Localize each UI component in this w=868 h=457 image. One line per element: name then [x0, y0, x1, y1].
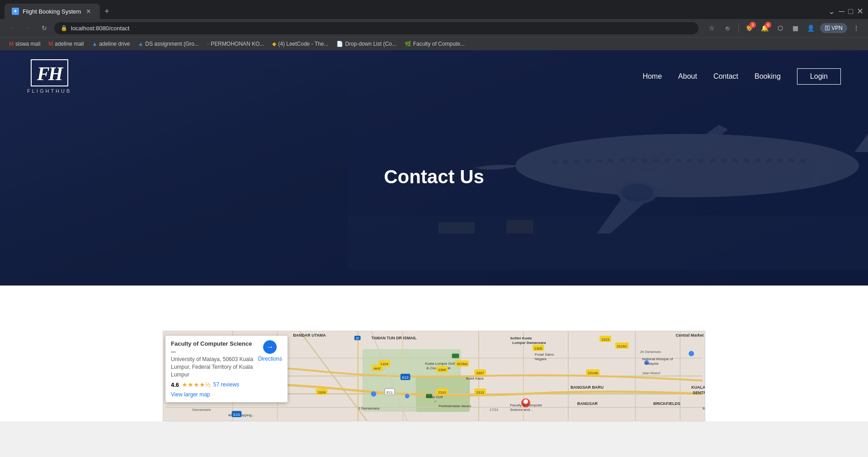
svg-point-50	[371, 391, 376, 397]
svg-text:1104: 1104	[380, 362, 388, 366]
tab-title: Flight Booking System	[23, 8, 81, 15]
browser-actions: ☆ ⎋ 🦁 3 🔔 6 ⬡ ▦ 👤 ⚿ VPN ⋮	[706, 22, 863, 34]
drive-icon: ▲	[92, 41, 97, 47]
vpn-button[interactable]: ⚿ VPN	[820, 23, 847, 33]
svg-text:Faculty of Computer: Faculty of Computer	[510, 403, 542, 407]
view-larger-map-link[interactable]: View larger map	[171, 391, 210, 398]
svg-text:KUALA LUMPUR: KUALA LUMPUR	[691, 385, 705, 390]
bookmark-label: adeline drive	[99, 41, 130, 47]
site-logo[interactable]: FH FLIGHTHUB	[27, 59, 71, 94]
forward-button[interactable]: →	[22, 22, 34, 34]
minimize-button[interactable]: ─	[839, 7, 844, 16]
notion-icon: ▪	[207, 41, 209, 47]
svg-text:BANDAR UTAMA: BANDAR UTAMA	[293, 333, 326, 338]
svg-text:SENTRAL: SENTRAL	[693, 390, 705, 395]
nav-booking[interactable]: Booking	[755, 72, 781, 81]
wallet-button[interactable]: ⬡	[774, 22, 787, 34]
menu-button[interactable]: ⋮	[850, 22, 863, 34]
svg-text:Jln Damansara: Jln Damansara	[640, 350, 661, 353]
svg-text:Sofitel Kuala: Sofitel Kuala	[510, 336, 532, 340]
bookmark-leetcode[interactable]: ◆ (4) LeetCode - The...	[269, 39, 332, 48]
svg-text:Malaysia: Malaysia	[644, 362, 659, 366]
notification-button[interactable]: 🔔 6	[759, 22, 771, 34]
bookmark-label: adeline mail	[55, 41, 84, 47]
popup-address: University of Malaya, 50603 Kuala Lumpur…	[171, 356, 254, 378]
active-tab[interactable]: ✈ Flight Booking System ✕	[5, 4, 100, 19]
bookmark-permohonan[interactable]: ▪ PERMOHONAN KO...	[203, 39, 268, 48]
leetcode-icon: ◆	[272, 41, 276, 47]
svg-text:Bukit Petaling: Bukit Petaling	[703, 406, 705, 410]
svg-text:BRICKFIELDS: BRICKFIELDS	[653, 401, 680, 406]
svg-rect-54	[452, 354, 459, 358]
close-button[interactable]: ✕	[857, 6, 863, 16]
star-icons: ★★★★½	[182, 381, 211, 388]
profile-button[interactable]: 👤	[805, 22, 817, 34]
bookmark-label: Drop-down List (Co...	[345, 41, 396, 47]
svg-text:Bukit Kiara: Bukit Kiara	[466, 376, 484, 381]
maximize-button[interactable]: □	[848, 7, 853, 16]
sidebar-toggle-button[interactable]: ▦	[789, 22, 802, 34]
share-button[interactable]: ⎋	[721, 22, 734, 34]
svg-text:2314A: 2314A	[588, 371, 599, 375]
svg-text:AH2: AH2	[374, 367, 381, 371]
svg-point-51	[405, 394, 410, 399]
bookmark-faculty[interactable]: 🌿 Faculty of Compute...	[401, 39, 468, 48]
svg-text:Science and...: Science and...	[510, 408, 533, 412]
svg-text:BANGSAR: BANGSAR	[577, 401, 598, 406]
divider	[738, 24, 739, 33]
website-content: FH FLIGHTHUB Home About Contact Booking …	[0, 50, 868, 421]
map-container[interactable]: 106 E11 E23 E23 AH2 BANDAR UTAMA TAMAN T…	[163, 331, 705, 421]
login-button[interactable]: Login	[797, 68, 841, 85]
bookmark-label: Faculty of Compute...	[413, 41, 465, 47]
popup-place-name: Faculty of Computer Science ...	[171, 340, 254, 354]
svg-text:2306: 2306	[438, 368, 446, 372]
tab-bar: ✈ Flight Booking System ✕ + ⌄ ─ □ ✕	[0, 0, 868, 19]
map-section: 106 E11 E23 E23 AH2 BANDAR UTAMA TAMAN T…	[0, 313, 868, 421]
bookmarks-bar: M siswa mail M adeline mail ▲ adeline dr…	[0, 37, 868, 50]
address-bar[interactable]: 🔒 localhost:8080/contact	[54, 22, 698, 34]
nav-home[interactable]: Home	[642, 72, 662, 81]
svg-text:Pusat Sains: Pusat Sains	[535, 352, 554, 357]
brave-shield-button[interactable]: 🦁 3	[743, 22, 756, 34]
svg-text:Damansara: Damansara	[192, 408, 211, 412]
svg-text:Central Market: Central Market	[676, 333, 704, 338]
svg-text:BANGSAR BARU: BANGSAR BARU	[571, 385, 604, 390]
reviews-link[interactable]: 57 reviews	[213, 381, 239, 388]
map-popup: Faculty of Computer Science ... Universi…	[165, 336, 288, 402]
svg-text:Perkhidmatan Awam: Perkhidmatan Awam	[439, 404, 472, 408]
svg-text:2315: 2315	[601, 338, 609, 342]
navigation-bar: ← → ↻ 🔒 localhost:8080/contact ☆ ⎋ 🦁 3 🔔…	[0, 19, 868, 37]
shield-badge: 3	[750, 22, 756, 28]
directions-label[interactable]: Directions	[258, 356, 282, 362]
svg-text:E11: E11	[387, 390, 393, 395]
gmail-icon: M	[9, 41, 14, 47]
logo-icon: FH	[31, 59, 68, 86]
bookmark-siswa-mail[interactable]: M siswa mail	[5, 39, 44, 48]
svg-text:✓: ✓	[434, 400, 437, 404]
reload-button[interactable]: ↻	[38, 22, 51, 34]
new-tab-button[interactable]: +	[101, 5, 113, 18]
bookmark-adeline-drive[interactable]: ▲ adeline drive	[88, 39, 133, 48]
fav-icon: 🌿	[405, 41, 411, 47]
bookmark-label: (4) LeetCode - The...	[278, 41, 328, 47]
svg-text:Jalan Maarof: Jalan Maarof	[642, 371, 660, 375]
minimize-dropdown-button[interactable]: ⌄	[828, 6, 835, 16]
hero-section: FH FLIGHTHUB Home About Contact Booking …	[0, 50, 868, 286]
tab-close-button[interactable]: ✕	[85, 7, 93, 15]
back-button[interactable]: ←	[5, 22, 18, 34]
rating-number: 4.6	[171, 381, 179, 388]
bookmark-button[interactable]: ☆	[706, 22, 718, 34]
svg-text:2310: 2310	[438, 390, 446, 395]
svg-text:Lumpur Damansara: Lumpur Damansara	[512, 341, 546, 345]
browser-chrome: ✈ Flight Booking System ✕ + ⌄ ─ □ ✕ ← → …	[0, 0, 868, 50]
svg-text:2305: 2305	[534, 347, 542, 351]
popup-rating: 4.6 ★★★★½ 57 reviews	[171, 381, 254, 388]
svg-text:Kelab Golf: Kelab Golf	[426, 395, 443, 400]
bookmark-ds-assignment[interactable]: ▲ DS assignment (Gro...	[134, 39, 203, 48]
bookmark-dropdown-list[interactable]: 📄 Drop-down List (Co...	[333, 39, 400, 48]
nav-about[interactable]: About	[678, 72, 697, 81]
nav-contact[interactable]: Contact	[713, 72, 738, 81]
bookmark-adeline-mail[interactable]: M adeline mail	[45, 39, 87, 48]
tab-favicon: ✈	[12, 8, 19, 15]
bookmark-label: PERMOHONAN KO...	[211, 41, 264, 47]
